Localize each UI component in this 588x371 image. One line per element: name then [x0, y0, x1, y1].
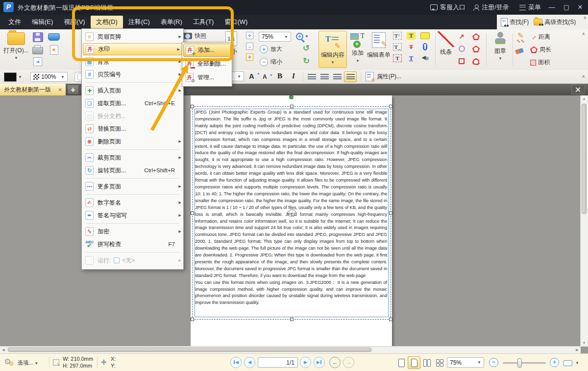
resize-handle[interactable]	[191, 211, 194, 215]
bold-button[interactable]: B	[277, 72, 282, 80]
properties-button[interactable]: 属性(P)...	[366, 72, 401, 81]
options-button[interactable]: 选项... ▼	[18, 359, 38, 367]
underline-text-tool[interactable]: T	[407, 54, 416, 62]
italic-button[interactable]: I	[292, 72, 295, 80]
collapse-icon[interactable]: ∧	[583, 15, 587, 20]
vertical-scrollbar[interactable]: ▲ ▼	[580, 95, 588, 347]
pdf-page[interactable]: JPEG (Joint Photographic Experts Group) …	[191, 95, 392, 350]
zoom-in-button[interactable]: +	[550, 358, 559, 367]
menu-item[interactable]: ABC✔拼写检查F7	[82, 238, 183, 251]
horizontal-scroll-thumb[interactable]	[8, 348, 371, 352]
tab-close-icon[interactable]: ×	[59, 87, 62, 93]
close-button[interactable]: ✕	[573, 0, 587, 15]
highlight-text-tool[interactable]: T	[407, 32, 416, 40]
new-page-button[interactable]: ✱	[50, 45, 58, 55]
zoom-slider-thumb[interactable]	[517, 358, 522, 368]
open-button[interactable]: 打开(O)... ▼	[3, 32, 29, 60]
arrow-tool[interactable]: ↗	[459, 33, 465, 40]
resize-handle[interactable]	[389, 105, 392, 108]
menubar-item[interactable]: 工具(T)	[188, 16, 220, 28]
maximize-button[interactable]: ▢	[560, 0, 573, 15]
align-right-button[interactable]	[333, 74, 342, 80]
font-larger-button[interactable]: A▲	[249, 72, 260, 80]
text-box-tool[interactable]: T	[393, 54, 402, 62]
submenu-item[interactable]: 卉⚙管理...	[183, 70, 231, 84]
menubar-item[interactable]: 文档(D)	[91, 16, 123, 28]
pencil-tool[interactable]: ✎ ∿∿	[516, 32, 525, 42]
collapse-icon[interactable]: ∧	[582, 74, 585, 79]
previous-view-button[interactable]: ←	[329, 357, 341, 368]
eraser-tool[interactable]	[515, 48, 524, 54]
last-page-button[interactable]: ▶	[314, 357, 325, 368]
print-button[interactable]	[32, 47, 43, 54]
menu-item[interactable]: ↻旋转页面...Ctrl+Shift+R	[82, 164, 183, 177]
zoom-out-button[interactable]: −	[489, 358, 498, 367]
menu-item[interactable]: ▦背景▶	[82, 55, 183, 68]
previous-page-button[interactable]: ◀	[244, 357, 255, 368]
save-button[interactable]	[33, 32, 43, 42]
note-comment-tool[interactable]	[420, 32, 430, 39]
next-view-button[interactable]: →	[343, 357, 354, 368]
menu-item[interactable]: ⋯更多页面▶	[82, 180, 183, 193]
resize-handle[interactable]	[191, 318, 194, 321]
scroll-up-icon[interactable]: ▲	[581, 95, 588, 102]
page-number-input[interactable]: 1/1	[258, 357, 298, 368]
submenu-item[interactable]: 卉▬全部删除...	[183, 57, 231, 70]
menu-item[interactable]: ❏提取页面...Ctrl+Shift+E	[82, 97, 183, 110]
zoom-combo[interactable]: 75% ▼	[259, 32, 291, 42]
rotation-handle[interactable]	[289, 95, 294, 99]
menubar-item[interactable]: 视图(V)	[58, 16, 90, 28]
menu-item[interactable]: ⊗删除页面▶	[82, 135, 183, 148]
collapse-icon[interactable]: ∧	[582, 31, 585, 36]
edit-content-button[interactable]: T✎ 编辑内容 ▼	[318, 31, 347, 68]
add-button[interactable]: T+ 添加 ▼	[349, 32, 367, 63]
justify-button[interactable]	[344, 71, 357, 82]
scroll-left-icon[interactable]: ◀	[0, 347, 7, 353]
resize-handle[interactable]	[389, 318, 392, 321]
measure-distance-button[interactable]: ↔ 距离	[530, 33, 550, 41]
menu-item[interactable]: ✒签名与缩写▶	[82, 209, 183, 222]
menu-item[interactable]: 卉水印▶	[83, 43, 182, 55]
polyline-tool[interactable]	[472, 33, 480, 40]
submenu-item[interactable]: 卉✚添加...	[183, 44, 231, 57]
scanner-button[interactable]	[48, 33, 60, 41]
marquee-zoom-button[interactable]: + ▼	[296, 33, 309, 40]
strikethrough-text-tool[interactable]: T	[407, 43, 416, 51]
menu-item[interactable]: ✎加密▶	[82, 225, 183, 238]
customer-service-button[interactable]: 客服入口	[430, 0, 466, 15]
find-button[interactable]: 查找(F)	[501, 18, 529, 26]
select-text-tool[interactable]: T⠿	[393, 32, 402, 40]
rotate-left-button[interactable]: ↺	[303, 44, 310, 52]
scroll-right-icon[interactable]: ▶	[574, 347, 581, 353]
color-picker[interactable]: ▼	[4, 72, 22, 82]
align-left-button[interactable]	[308, 74, 316, 80]
align-center-button[interactable]	[320, 74, 329, 80]
minimize-button[interactable]: —	[545, 0, 559, 15]
resize-handle[interactable]	[290, 318, 294, 321]
new-tab-button[interactable]: +	[67, 85, 79, 94]
menu-item[interactable]: ✍数字签名▶	[82, 196, 183, 209]
next-page-button[interactable]: ▶	[300, 357, 311, 368]
audio-comment-tool[interactable]: ◀))	[422, 54, 429, 61]
menu-item[interactable]: #贝茨编号▶	[82, 68, 183, 81]
vertical-scroll-thumb[interactable]	[582, 104, 587, 214]
menu-item[interactable]: ✚插入页面▶	[82, 84, 183, 97]
login-button[interactable]: 注册/登录	[473, 0, 509, 15]
first-page-button[interactable]: ◀	[230, 357, 242, 368]
menubar-item[interactable]: 编辑(E)	[26, 16, 58, 28]
menubar-item[interactable]: 窗口(W)	[219, 16, 253, 28]
horizontal-scrollbar[interactable]: ◀ ▶	[0, 346, 581, 353]
fit-page-button[interactable]: ✛	[246, 32, 253, 39]
main-menu-button[interactable]: 菜单	[519, 0, 541, 15]
advanced-find-button[interactable]: 高级查找(S)	[534, 18, 576, 26]
ellipse-tool[interactable]	[459, 46, 465, 52]
zoom-out-button[interactable]: − 缩小	[260, 58, 282, 66]
menubar-item[interactable]: 注释(C)	[123, 16, 155, 28]
menubar-item[interactable]: 文件	[3, 16, 26, 28]
snapshot-button[interactable]: 快照	[182, 32, 206, 40]
polygon-tool[interactable]	[472, 46, 480, 52]
fit-page-button[interactable]	[564, 360, 572, 366]
fit-visible-button[interactable]: ✛	[246, 53, 253, 61]
stamp-button[interactable]: 图章 ▼	[490, 32, 511, 60]
rotate-right-button[interactable]: ↻	[303, 57, 310, 65]
